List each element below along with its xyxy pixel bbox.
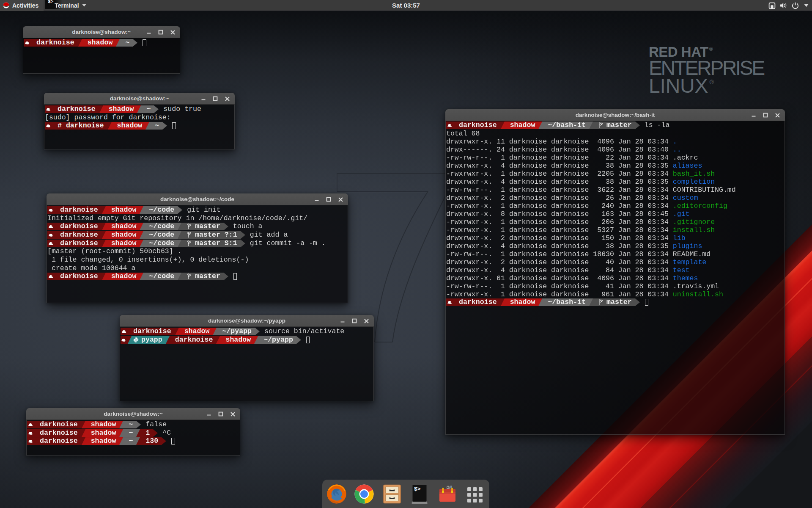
svg-text:$>: $> — [414, 486, 421, 492]
